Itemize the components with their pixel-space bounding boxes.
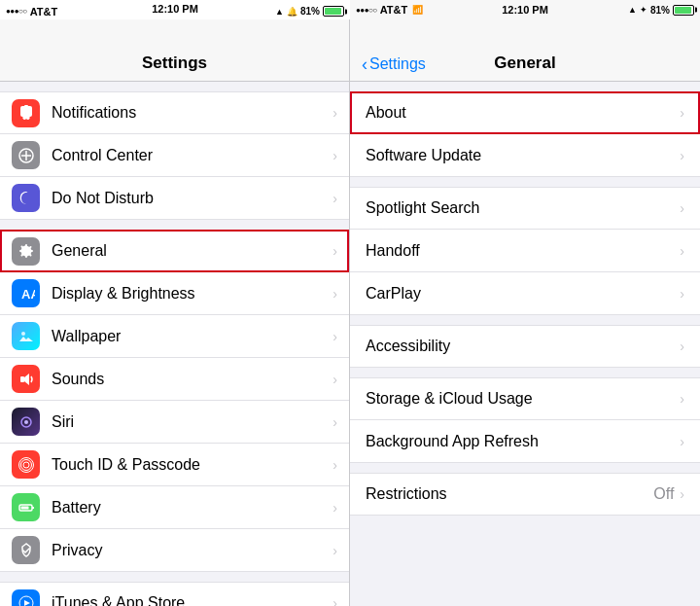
right-content: About › Software Update › Spotlight Sear… [350,82,700,606]
itunes-icon [12,589,40,607]
storage-chevron: › [680,391,684,407]
wallpaper-label: Wallpaper [52,328,332,345]
background-refresh-label: Background App Refresh [366,433,680,450]
itunes-chevron: › [332,595,337,606]
sidebar-item-do-not-disturb[interactable]: Do Not Disturb › [0,177,349,220]
left-panel: ●●●○○ AT&T 12:10 PM ▲ 🔔 81% Settings Not… [0,0,350,606]
status-bar-left: ●●●○○ AT&T 12:10 PM ▲ 🔔 81% [0,0,350,19]
svg-point-7 [21,332,25,336]
sidebar-item-notifications[interactable]: Notifications › [0,91,349,134]
general-chevron: › [332,243,337,259]
touch-id-chevron: › [332,457,337,473]
control-center-chevron: › [332,148,337,163]
time-left: 12:10 PM [152,3,198,15]
right-group-5: Restrictions Off › [350,473,700,516]
do-not-disturb-label: Do Not Disturb [52,190,332,207]
right-panel: ●●●○○ AT&T 📶 12:10 PM ▲ ✦ 81% ‹ Settings… [350,0,700,606]
svg-rect-15 [32,507,34,509]
right-item-accessibility[interactable]: Accessibility › [350,325,700,368]
privacy-chevron: › [332,543,337,558]
status-bar-right: ●●●○○ AT&T 📶 12:10 PM ▲ ✦ 81% [350,0,700,19]
privacy-label: Privacy [52,542,332,559]
sidebar-item-wallpaper[interactable]: Wallpaper › [0,315,349,358]
restrictions-value: Off [653,485,674,503]
siri-label: Siri [52,413,332,431]
wallpaper-chevron: › [332,329,337,344]
wallpaper-icon [12,322,40,350]
display-label: Display & Brightness [52,285,332,303]
touch-id-icon [12,450,40,479]
sidebar-item-privacy[interactable]: Privacy › [0,529,349,572]
svg-point-10 [24,420,28,424]
location-icon-left: ▲ [275,7,284,17]
right-item-carplay[interactable]: CarPlay › [350,272,700,315]
carrier-right: AT&T [380,4,408,16]
sounds-chevron: › [332,372,337,387]
sidebar-item-display[interactable]: AA Display & Brightness › [0,272,349,315]
right-item-about[interactable]: About › [350,91,700,134]
about-label: About [366,104,680,122]
time-right: 12:10 PM [502,4,548,16]
display-chevron: › [332,286,337,302]
settings-group-3: iTunes & App Store › [0,582,349,606]
right-item-restrictions[interactable]: Restrictions Off › [350,473,700,516]
back-button[interactable]: ‹ Settings [362,55,426,73]
general-icon [12,237,40,266]
sidebar-item-itunes[interactable]: iTunes & App Store › [0,582,349,606]
restrictions-label: Restrictions [366,485,653,503]
sidebar-item-touch-id[interactable]: Touch ID & Passcode › [0,444,349,486]
right-item-spotlight[interactable]: Spotlight Search › [350,187,700,230]
right-item-storage[interactable]: Storage & iCloud Usage › [350,377,700,420]
sidebar-item-general[interactable]: General › [0,230,349,272]
do-not-disturb-icon [12,184,40,212]
battery-percent-right: 81% [650,5,670,16]
sounds-label: Sounds [52,371,332,388]
settings-group-1: Notifications › Control Center › Do Not … [0,91,349,220]
control-center-icon [12,141,40,169]
itunes-label: iTunes & App Store [52,594,332,606]
control-center-label: Control Center [52,147,332,164]
svg-rect-16 [20,506,28,509]
storage-label: Storage & iCloud Usage [366,390,680,408]
right-group-4: Storage & iCloud Usage › Background App … [350,377,700,463]
back-label: Settings [369,55,426,73]
battery-fill-right [675,7,691,14]
right-item-background-refresh[interactable]: Background App Refresh › [350,420,700,463]
left-nav-title: Settings [142,53,207,73]
restrictions-chevron: › [680,486,684,502]
battery-label: Battery [52,499,332,517]
svg-rect-1 [24,105,28,107]
general-label: General [52,242,332,260]
sidebar-item-siri[interactable]: Siri › [0,401,349,444]
alarm-icon-left: 🔔 [287,7,298,17]
svg-rect-8 [20,376,24,382]
sidebar-item-control-center[interactable]: Control Center › [0,134,349,177]
do-not-disturb-chevron: › [332,191,337,206]
svg-text:AA: AA [21,287,35,302]
background-refresh-chevron: › [680,434,684,449]
battery-fill-left [325,8,341,15]
siri-icon [12,408,40,436]
accessibility-chevron: › [680,339,684,354]
battery-icon-left [323,6,344,17]
battery-tip-left [345,9,347,14]
about-chevron: › [680,105,684,121]
right-group-1: About › Software Update › [350,91,700,177]
right-group-2: Spotlight Search › Handoff › CarPlay › [350,187,700,315]
software-update-label: Software Update [366,147,680,164]
svg-rect-0 [20,106,32,117]
signal-dots-left: ●●●○○ [6,7,27,16]
right-item-software-update[interactable]: Software Update › [350,134,700,177]
siri-chevron: › [332,414,337,430]
right-item-handoff[interactable]: Handoff › [350,230,700,272]
carplay-chevron: › [680,286,684,302]
spotlight-chevron: › [680,200,684,216]
battery-percent-left: 81% [300,6,320,17]
software-update-chevron: › [680,148,684,163]
notifications-icon [12,99,40,127]
spotlight-label: Spotlight Search [366,199,680,217]
sidebar-item-battery[interactable]: Battery › [0,486,349,529]
display-icon: AA [12,279,40,307]
notifications-chevron: › [332,105,337,121]
sidebar-item-sounds[interactable]: Sounds › [0,358,349,401]
